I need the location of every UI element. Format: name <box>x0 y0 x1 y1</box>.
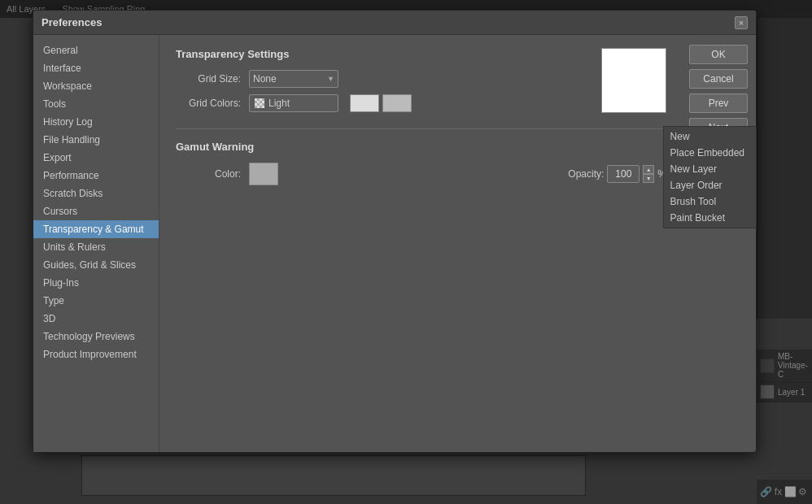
dialog-title: Preferences <box>41 16 102 28</box>
transparency-preview <box>601 48 666 113</box>
nav-item-type[interactable]: Type <box>33 292 159 310</box>
nav-item-file-handling[interactable]: File Handling <box>33 131 159 149</box>
nav-item-3d[interactable]: 3D <box>33 310 159 328</box>
prev-button[interactable]: Prev <box>689 93 748 113</box>
ok-button[interactable]: OK <box>689 45 748 64</box>
btn-panel: OK Cancel Prev Next <box>683 35 756 452</box>
nav-item-cursors[interactable]: Cursors <box>33 202 159 220</box>
cancel-button[interactable]: Cancel <box>689 69 748 89</box>
gamut-row: Color: Opacity: 100 ▲ ▼ % <box>176 163 666 185</box>
opacity-label: Opacity: <box>568 168 604 180</box>
close-button[interactable]: × <box>735 16 748 29</box>
dialog-titlebar: Preferences × <box>33 11 756 35</box>
nav-item-performance[interactable]: Performance <box>33 167 159 185</box>
context-item-new[interactable]: New <box>664 128 756 145</box>
grid-size-dropdown-arrow: ▼ <box>327 75 334 83</box>
gamut-color-label: Color: <box>176 168 241 180</box>
grid-size-row: Grid Size: None ▼ <box>176 70 666 88</box>
opacity-container: Opacity: 100 ▲ ▼ % <box>568 165 666 183</box>
grid-size-dropdown[interactable]: None ▼ <box>249 70 338 88</box>
nav-item-tools[interactable]: Tools <box>33 95 159 113</box>
grid-size-label: Grid Size: <box>176 73 241 85</box>
nav-item-history-log[interactable]: History Log <box>33 113 159 131</box>
nav-item-plug-ins[interactable]: Plug-Ins <box>33 274 159 292</box>
color-box-medium[interactable] <box>382 94 412 112</box>
transparency-settings-title: Transparency Settings <box>176 48 666 60</box>
grid-colors-field[interactable]: Light <box>249 94 338 112</box>
nav-item-general[interactable]: General <box>33 41 159 59</box>
grid-size-value: None <box>253 73 277 85</box>
opacity-spinner[interactable]: ▲ ▼ <box>643 165 654 183</box>
context-item-paint-bucket[interactable]: Paint Bucket <box>664 210 756 226</box>
dialog-body: General Interface Workspace Tools Histor… <box>33 35 756 452</box>
grid-checker-icon <box>255 98 264 108</box>
nav-item-guides-grid-slices[interactable]: Guides, Grid & Slices <box>33 256 159 274</box>
main-content: Transparency Settings Grid Size: None ▼ … <box>159 35 683 452</box>
grid-colors-label: Grid Colors: <box>176 98 241 109</box>
nav-item-units-rulers[interactable]: Units & Rulers <box>33 238 159 256</box>
context-item-layer-order[interactable]: Layer Order <box>664 177 756 193</box>
gamut-warning-section: Gamut Warning Color: Opacity: 100 ▲ ▼ % <box>176 128 666 185</box>
grid-colors-value: Light <box>268 98 290 109</box>
context-menu: New Place Embedded New Layer Layer Order… <box>663 126 757 228</box>
context-item-new-layer[interactable]: New Layer <box>664 161 756 177</box>
spin-down-button[interactable]: ▼ <box>643 174 654 183</box>
nav-item-scratch-disks[interactable]: Scratch Disks <box>33 185 159 202</box>
spin-up-button[interactable]: ▲ <box>643 165 654 174</box>
nav-item-product-improvement[interactable]: Product Improvement <box>33 345 159 363</box>
transparency-settings-section: Transparency Settings Grid Size: None ▼ … <box>176 48 666 112</box>
nav-item-technology-previews[interactable]: Technology Previews <box>33 328 159 345</box>
nav-panel: General Interface Workspace Tools Histor… <box>33 35 159 452</box>
color-box-light[interactable] <box>350 94 379 112</box>
nav-item-workspace[interactable]: Workspace <box>33 77 159 95</box>
context-item-brush-tool[interactable]: Brush Tool <box>664 193 756 210</box>
nav-item-transparency-gamut[interactable]: Transparency & Gamut <box>33 220 159 238</box>
gamut-color-swatch[interactable] <box>249 163 278 185</box>
grid-colors-row: Grid Colors: Light <box>176 94 666 112</box>
color-boxes <box>350 94 412 112</box>
nav-item-export[interactable]: Export <box>33 149 159 167</box>
preferences-dialog: Preferences × General Interface Workspac… <box>33 10 757 453</box>
context-item-place-embedded[interactable]: Place Embedded <box>664 145 756 161</box>
gamut-warning-title: Gamut Warning <box>176 141 666 153</box>
opacity-input[interactable]: 100 <box>607 165 640 183</box>
nav-item-interface[interactable]: Interface <box>33 59 159 77</box>
